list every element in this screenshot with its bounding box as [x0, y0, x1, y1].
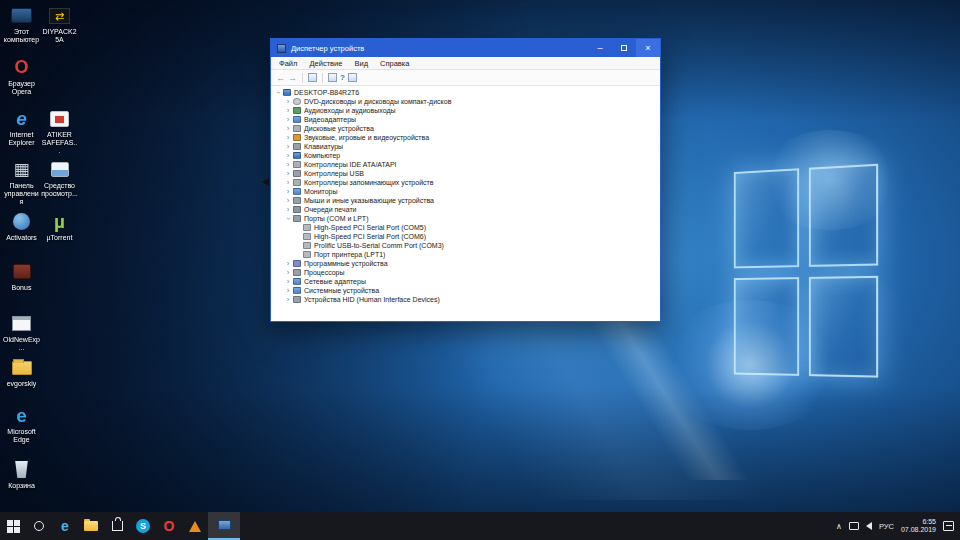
tree-item[interactable]: ›Программные устройства	[271, 259, 660, 268]
desktop-icon-diypack[interactable]: DIYPACK25A	[41, 5, 78, 44]
desktop-icon-activators[interactable]: Activators	[3, 211, 40, 242]
action-center-icon[interactable]	[943, 521, 954, 531]
tree-item[interactable]: ›Контроллеры запоминающих устройств	[271, 178, 660, 187]
expand-arrow-icon[interactable]: ›	[284, 205, 292, 214]
back-icon[interactable]: ←	[276, 73, 285, 83]
tree-item[interactable]: High-Speed PCI Serial Port (COM5)	[271, 223, 660, 232]
tree-item[interactable]: ›Очереди печати	[271, 205, 660, 214]
clock[interactable]: 6:55 07.08.2019	[901, 518, 936, 535]
menu-файл[interactable]: Файл	[273, 57, 303, 70]
tree-item[interactable]: ›DESKTOP-B84R2T6	[271, 88, 660, 97]
tree-item[interactable]: ›Порты (COM и LPT)	[271, 214, 660, 223]
desktop-icon-control-panel[interactable]: Панель управления	[3, 159, 40, 206]
tree-item[interactable]: ›Клавиатуры	[271, 142, 660, 151]
expand-arrow-icon[interactable]: ›	[284, 169, 292, 178]
tree-item[interactable]: ›Мыши и иные указывающие устройства	[271, 196, 660, 205]
tree-item-label: Сетевые адаптеры	[304, 278, 366, 285]
desktop-icon-label: DIYPACK25A	[41, 28, 78, 44]
close-button[interactable]: ×	[636, 39, 660, 57]
desktop-icon-oldnewexp[interactable]: OldNewExp...	[3, 313, 40, 352]
forward-icon[interactable]: →	[288, 73, 297, 83]
expand-arrow-icon[interactable]: ›	[284, 133, 292, 142]
diypack-icon	[49, 8, 70, 24]
taskbar-button-skype[interactable]: S	[130, 512, 156, 540]
network-icon[interactable]	[849, 522, 859, 530]
collapse-arrow-icon[interactable]: ›	[284, 215, 293, 223]
properties-icon[interactable]	[328, 73, 337, 82]
tree-item[interactable]: Порт принтера (LPT1)	[271, 250, 660, 259]
taskbar-button-vlc[interactable]	[182, 512, 208, 540]
taskbar-apps: eSO	[0, 512, 240, 540]
desktop-icon-this-pc[interactable]: Этот компьютер	[3, 5, 40, 44]
tree-item[interactable]: ›Видеоадаптеры	[271, 115, 660, 124]
computer-icon	[283, 89, 291, 96]
minimize-button[interactable]: –	[588, 39, 612, 57]
desktop-icon-bonus[interactable]: Bonus	[3, 261, 40, 292]
tree-item[interactable]: ›Аудиовходы и аудиовыходы	[271, 106, 660, 115]
tree-item[interactable]: ›Дисковые устройства	[271, 124, 660, 133]
tree-item[interactable]: ›Процессоры	[271, 268, 660, 277]
expand-arrow-icon[interactable]: ›	[284, 97, 292, 106]
expand-arrow-icon[interactable]: ›	[284, 277, 292, 286]
scan-icon[interactable]	[348, 73, 357, 82]
keyboard-icon	[293, 143, 301, 150]
desktop-icon-opera[interactable]: Браузер Opera	[3, 57, 40, 96]
menu-вид[interactable]: Вид	[348, 57, 374, 70]
language-indicator[interactable]: РУС	[879, 522, 894, 531]
desktop-icon-recycle[interactable]: Корзина	[3, 459, 40, 490]
tree-item[interactable]: ›Сетевые адаптеры	[271, 277, 660, 286]
tree-item[interactable]: ›DVD-дисководы и дисководы компакт-диско…	[271, 97, 660, 106]
tree-item-label: High-Speed PCI Serial Port (COM6)	[314, 233, 426, 240]
expand-arrow-icon[interactable]: ›	[284, 259, 292, 268]
collapse-arrow-icon[interactable]: ›	[274, 89, 283, 97]
bonus-icon	[13, 264, 31, 279]
tree-item[interactable]: ›Мониторы	[271, 187, 660, 196]
desktop-icon-viewer[interactable]: Средство просмотр...	[41, 159, 78, 198]
tree-item[interactable]: ›Компьютер	[271, 151, 660, 160]
taskbar-button-edge[interactable]: e	[52, 512, 78, 540]
taskbar-button-store[interactable]	[104, 512, 130, 540]
tree-item[interactable]: ›Устройства HID (Human Interface Devices…	[271, 295, 660, 304]
taskbar-button-start[interactable]	[0, 512, 26, 540]
desktop-icon-edge[interactable]: Microsoft Edge	[3, 405, 40, 444]
tree-item[interactable]: ›Звуковые, игровые и видеоустройства	[271, 133, 660, 142]
expand-arrow-icon[interactable]: ›	[284, 295, 292, 304]
tree-item[interactable]: ›Контроллеры USB	[271, 169, 660, 178]
desktop-icon-label: Internet Explorer	[3, 131, 40, 147]
tree-item[interactable]: High-Speed PCI Serial Port (COM6)	[271, 232, 660, 241]
maximize-button[interactable]	[612, 39, 636, 57]
menu-действие[interactable]: Действие	[303, 57, 348, 70]
volume-icon[interactable]	[866, 522, 872, 530]
expand-arrow-icon[interactable]: ›	[284, 142, 292, 151]
desktop-icon-ie[interactable]: Internet Explorer	[3, 108, 40, 147]
desktop-icon-evgorskiy[interactable]: evgorskiy	[3, 357, 40, 388]
taskbar-button-devmgr[interactable]	[208, 512, 240, 540]
taskbar-button-explorer[interactable]	[78, 512, 104, 540]
tree-item[interactable]: ›Системные устройства	[271, 286, 660, 295]
expand-arrow-icon[interactable]: ›	[284, 178, 292, 187]
desktop-icon-label: µTorrent	[41, 234, 78, 242]
hidden-icons-chevron-icon[interactable]: ∧	[836, 522, 842, 531]
desktop-icon-atiker[interactable]: ATIKER SAFEFAS...	[41, 108, 78, 155]
expand-arrow-icon[interactable]: ›	[284, 151, 292, 160]
expand-arrow-icon[interactable]: ›	[284, 268, 292, 277]
tree-item-label: Порты (COM и LPT)	[304, 215, 368, 222]
tree-item[interactable]: ›Контроллеры IDE ATA/ATAPI	[271, 160, 660, 169]
expand-arrow-icon[interactable]: ›	[284, 160, 292, 169]
desktop-icon-utorrent[interactable]: µTorrent	[41, 211, 78, 242]
menu-справка[interactable]: Справка	[374, 57, 415, 70]
expand-arrow-icon[interactable]: ›	[284, 286, 292, 295]
expand-arrow-icon[interactable]: ›	[284, 124, 292, 133]
taskbar-button-opera[interactable]: O	[156, 512, 182, 540]
expand-arrow-icon[interactable]: ›	[284, 106, 292, 115]
expand-arrow-icon[interactable]: ›	[284, 196, 292, 205]
titlebar[interactable]: Диспетчер устройств – ×	[271, 39, 660, 57]
tree-item[interactable]: Prolific USB-to-Serial Comm Port (COM3)	[271, 241, 660, 250]
expand-arrow-icon[interactable]: ›	[284, 187, 292, 196]
ide-controller-icon	[293, 161, 301, 168]
console-window-icon[interactable]	[308, 73, 317, 82]
skype-icon: S	[136, 519, 150, 533]
expand-arrow-icon[interactable]: ›	[284, 115, 292, 124]
help-icon[interactable]: ?	[340, 73, 345, 82]
taskbar-button-search[interactable]	[26, 512, 52, 540]
